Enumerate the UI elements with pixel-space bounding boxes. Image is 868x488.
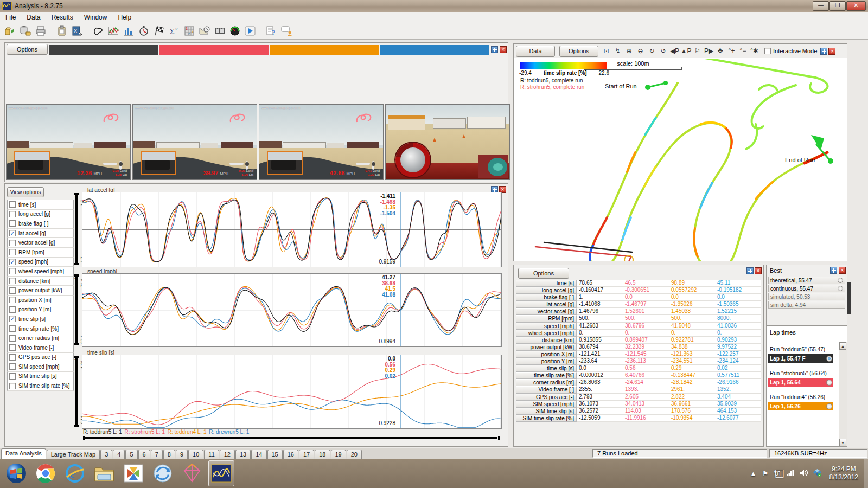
best-row[interactable]: simulated, 50.53: [768, 293, 845, 300]
add-node-icon[interactable]: °+: [726, 46, 737, 56]
channel-row[interactable]: long accel [g]: [7, 210, 74, 220]
channel-checkbox[interactable]: [9, 354, 16, 361]
channel-row[interactable]: GPS pos acc [-]: [7, 353, 74, 363]
channel-checkbox[interactable]: [9, 220, 16, 227]
channel-checkbox[interactable]: ✓: [9, 230, 16, 236]
menu-file[interactable]: File: [0, 12, 21, 22]
speaker-icon[interactable]: [800, 470, 808, 478]
table-options-button[interactable]: Options: [518, 268, 569, 279]
taskbar-clock[interactable]: 9:24 PM8/13/2012: [829, 465, 858, 481]
map-panel-close-icon[interactable]: ×: [828, 48, 835, 55]
channel-row[interactable]: ✓time slip [s]: [7, 314, 74, 324]
channel-row[interactable]: corner radius [m]: [7, 333, 74, 343]
tab-data-analysis[interactable]: Data Analysis: [1, 448, 46, 459]
power-plug-icon[interactable]: 🔌︎⃞: [774, 469, 781, 478]
raise-marker-icon[interactable]: ▲P: [680, 46, 692, 56]
channel-checkbox[interactable]: [9, 335, 16, 342]
show-desktop-button[interactable]: [864, 459, 868, 488]
tab-14[interactable]: 14: [251, 450, 266, 459]
maximize-button[interactable]: ❐: [829, 1, 846, 11]
tab-5[interactable]: 5: [125, 450, 137, 459]
rotate-ccw-icon[interactable]: ↺: [658, 46, 669, 56]
chart-plot-3[interactable]: [82, 355, 502, 429]
channel-checkbox[interactable]: [9, 373, 16, 380]
network-signal-icon[interactable]: [787, 470, 794, 478]
menu-window[interactable]: Window: [79, 12, 113, 22]
dashboard-gauge-icon[interactable]: [228, 24, 242, 38]
video-run-bar-4[interactable]: [380, 45, 489, 55]
tab-18[interactable]: 18: [315, 450, 330, 459]
video-panel-move-icon[interactable]: [491, 46, 498, 53]
map-data-button[interactable]: Data: [516, 46, 555, 57]
tab-4[interactable]: 4: [113, 450, 125, 459]
print-icon[interactable]: [34, 24, 48, 38]
feedback-icon[interactable]: ...: [279, 24, 293, 38]
import-data-icon[interactable]: [18, 24, 33, 38]
video-panel-close-icon[interactable]: ×: [500, 46, 507, 53]
close-button[interactable]: ✕: [846, 1, 866, 11]
tab-6[interactable]: 6: [138, 450, 150, 459]
best-radio[interactable]: [838, 278, 843, 283]
table-panel-close-icon[interactable]: ×: [755, 267, 762, 274]
pan-hand-icon[interactable]: ✥: [714, 46, 726, 56]
tab-10[interactable]: 10: [188, 450, 203, 459]
channel-checkbox[interactable]: [9, 306, 16, 313]
scroll-up-icon[interactable]: ▲: [839, 342, 846, 350]
channel-checkbox[interactable]: [9, 344, 16, 351]
lap-grid-icon[interactable]: 376: [182, 24, 196, 38]
channel-checkbox[interactable]: [9, 363, 16, 370]
table-panel-move-icon[interactable]: [746, 267, 754, 274]
tab-19[interactable]: 19: [331, 450, 346, 459]
video-thumbnail-3[interactable]: www.oversteergarage.com42.88 MPH-0.41 Lo…: [259, 104, 384, 180]
tray-expand-icon[interactable]: ▲: [750, 470, 757, 478]
reset-node-icon[interactable]: °✱: [749, 46, 760, 56]
rotate-cw-icon[interactable]: ↻: [646, 46, 658, 56]
tab-15[interactable]: 15: [267, 450, 283, 459]
channel-row[interactable]: vector accel [g]: [7, 238, 74, 248]
tab-large-track-map[interactable]: Large Track Map: [47, 450, 100, 459]
play-icon[interactable]: [243, 24, 257, 38]
best-row[interactable]: theoretical, 55.47: [768, 277, 845, 284]
tab-17[interactable]: 17: [299, 450, 314, 459]
channel-row[interactable]: wheel speed [mph]: [7, 267, 74, 277]
chrome-icon[interactable]: [33, 460, 59, 486]
channel-checkbox[interactable]: [9, 278, 16, 284]
interactive-mode-checkbox[interactable]: Interactive Mode: [764, 48, 817, 54]
channel-row[interactable]: distance [km]: [7, 277, 74, 286]
video-options-button[interactable]: Options: [7, 44, 48, 55]
channel-row[interactable]: position Y [m]: [7, 305, 74, 315]
title-bar[interactable]: Analysis - 8.2.75 — ❐ ✕: [0, 0, 868, 12]
lap-bar[interactable]: Lap 1, 55.47 F: [768, 354, 833, 363]
channel-row[interactable]: SIM time slip rate [%]: [7, 381, 74, 391]
tab-20[interactable]: 20: [347, 450, 362, 459]
tab-9[interactable]: 9: [176, 450, 188, 459]
chart-plot-1[interactable]: [82, 192, 502, 267]
remove-node-icon[interactable]: °−: [737, 46, 749, 56]
tab-13[interactable]: 13: [235, 450, 251, 459]
compare-time-icon[interactable]: [197, 24, 212, 38]
lap-radio[interactable]: [826, 403, 832, 409]
action-flag-icon[interactable]: ⚑: [762, 470, 769, 478]
graph-icon[interactable]: [106, 24, 120, 38]
menu-data[interactable]: Data: [21, 12, 46, 22]
channel-row[interactable]: RPM [rpm]: [7, 248, 74, 258]
photo-viewer-icon[interactable]: [120, 460, 146, 486]
channel-row[interactable]: time slip rate [%]: [7, 324, 74, 334]
map-panel-move-icon[interactable]: [820, 48, 827, 55]
dropbox-icon[interactable]: [813, 469, 821, 478]
sync-app-icon[interactable]: [150, 460, 176, 486]
channel-checkbox[interactable]: [9, 201, 16, 208]
video-icon[interactable]: [213, 24, 227, 38]
lap-bar[interactable]: Lap 1, 56.26: [768, 402, 833, 410]
channel-checkbox[interactable]: [9, 297, 16, 303]
channel-checkbox[interactable]: [9, 287, 16, 294]
start-orb-icon[interactable]: [3, 460, 29, 486]
channel-checkbox[interactable]: [9, 383, 16, 389]
finish-flag-icon[interactable]: [152, 24, 166, 38]
map-options-button[interactable]: Options: [559, 46, 598, 57]
lap-radio[interactable]: [826, 356, 832, 362]
channel-checkbox[interactable]: [9, 325, 16, 332]
chart-x-scrollbar[interactable]: [82, 436, 501, 440]
view-options-button[interactable]: View options: [7, 187, 44, 197]
video-run-bar-3[interactable]: [270, 45, 379, 55]
